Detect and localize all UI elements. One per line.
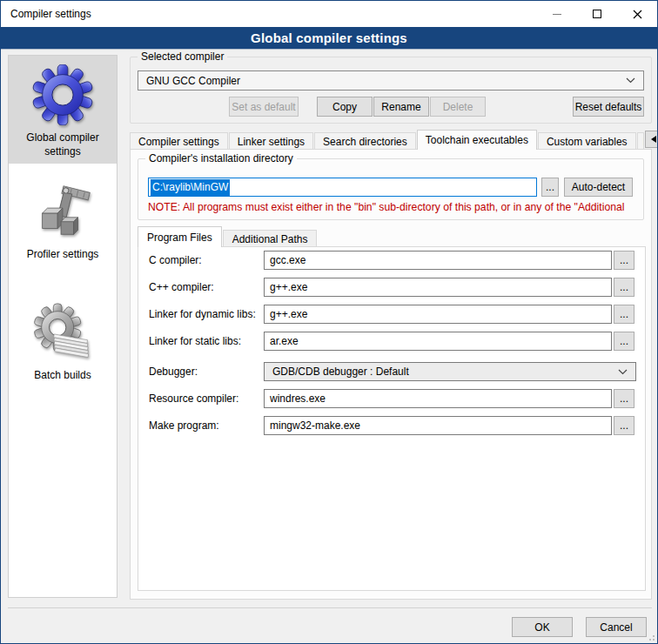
c-compiler-input[interactable] xyxy=(264,251,612,270)
bin-subdirectory-note: NOTE: All programs must exist either in … xyxy=(148,201,641,213)
field-label: Debugger: xyxy=(149,366,264,378)
arrow-left-icon xyxy=(651,136,657,143)
titlebar: Compiler settings xyxy=(1,1,657,27)
maximize-button[interactable] xyxy=(577,1,617,27)
compiler-buttons-row: Set as default Copy Rename Delete Reset … xyxy=(138,97,644,117)
tab-linker-settings[interactable]: Linker settings xyxy=(229,132,313,150)
field-row-cpp-compiler: C++ compiler: ... xyxy=(149,278,636,297)
copy-button[interactable]: Copy xyxy=(317,97,373,117)
blue-gear-icon xyxy=(30,63,95,127)
tab-scroll-arrows xyxy=(645,131,658,148)
chevron-down-icon xyxy=(626,77,635,84)
program-files-subtabs: Program Files Additional Paths xyxy=(138,226,318,247)
tab-search-directories[interactable]: Search directories xyxy=(314,132,416,150)
browse-c-compiler-button[interactable]: ... xyxy=(614,251,634,270)
installation-directory-group: Compiler's installation directory C:\ray… xyxy=(138,158,644,220)
profiler-caliper-icon xyxy=(30,179,95,244)
sidebar-item-label: Profiler settings xyxy=(15,248,111,262)
resource-compiler-input[interactable] xyxy=(264,389,612,408)
window-controls xyxy=(537,1,657,27)
close-icon xyxy=(633,10,642,19)
browse-resource-compiler-button[interactable]: ... xyxy=(614,389,634,408)
tab-toolchain-executables[interactable]: Toolchain executables xyxy=(417,130,537,150)
page-title: Global compiler settings xyxy=(1,27,657,50)
resize-grip[interactable] xyxy=(646,632,655,641)
browse-dynamic-linker-button[interactable]: ... xyxy=(614,305,634,324)
minimize-button[interactable] xyxy=(537,1,577,27)
installation-directory-input[interactable]: C:\raylib\MinGW xyxy=(148,178,537,197)
sidebar-item-global-compiler-settings[interactable]: Global compiler settings xyxy=(9,56,117,164)
browse-directory-button[interactable]: ... xyxy=(541,178,559,197)
debugger-select-value: GDB/CDB debugger : Default xyxy=(272,366,409,378)
debugger-select[interactable]: GDB/CDB debugger : Default xyxy=(264,362,636,381)
settings-tabstrip: Compiler settings Linker settings Search… xyxy=(130,130,657,150)
tab-scroll-left-button[interactable] xyxy=(645,131,658,148)
main-panel: Selected compiler GNU GCC Compiler Set a… xyxy=(130,55,658,124)
make-program-input[interactable] xyxy=(264,416,612,435)
footer-divider xyxy=(8,607,652,608)
settings-category-list: Global compiler settings xyxy=(8,55,118,598)
field-label: Make program: xyxy=(149,419,264,432)
selected-compiler-group: Selected compiler GNU GCC Compiler Set a… xyxy=(130,57,652,124)
dynamic-linker-input[interactable] xyxy=(264,305,612,324)
window-title: Compiler settings xyxy=(1,8,91,20)
tab-build-options[interactable]: Build options xyxy=(637,132,644,150)
field-row-make-program: Make program: ... xyxy=(149,416,636,435)
delete-button: Delete xyxy=(430,97,486,117)
browse-cpp-compiler-button[interactable]: ... xyxy=(614,278,634,297)
field-label: C++ compiler: xyxy=(149,281,264,293)
field-row-debugger: Debugger: GDB/CDB debugger : Default xyxy=(149,362,636,381)
compiler-select-value: GNU GCC Compiler xyxy=(146,75,240,87)
minimize-icon xyxy=(553,14,561,15)
browse-make-program-button[interactable]: ... xyxy=(614,416,634,435)
field-label: C compiler: xyxy=(149,254,264,266)
maximize-icon xyxy=(593,10,601,18)
field-label: Linker for dynamic libs: xyxy=(149,308,264,320)
tab-compiler-settings[interactable]: Compiler settings xyxy=(130,132,228,150)
ok-button[interactable]: OK xyxy=(512,617,573,637)
auto-detect-button[interactable]: Auto-detect xyxy=(564,178,633,197)
program-files-page: C compiler: ... C++ compiler: ... Linker… xyxy=(138,246,646,591)
sidebar-item-label: Batch builds xyxy=(15,369,111,383)
cpp-compiler-input[interactable] xyxy=(264,278,612,297)
rename-button[interactable]: Rename xyxy=(373,97,429,117)
installation-directory-label: Compiler's installation directory xyxy=(145,152,297,164)
toolchain-executables-page: Compiler's installation directory C:\ray… xyxy=(130,149,652,600)
chevron-down-icon xyxy=(618,369,628,375)
subtab-additional-paths[interactable]: Additional Paths xyxy=(223,230,318,247)
static-linker-input[interactable] xyxy=(264,332,612,351)
gray-gear-stack-icon xyxy=(30,300,95,365)
compiler-settings-dialog: Compiler settings Global compiler settin… xyxy=(0,0,658,644)
field-row-dynamic-linker: Linker for dynamic libs: ... xyxy=(149,305,636,324)
cancel-button[interactable]: Cancel xyxy=(586,617,647,637)
field-label: Linker for static libs: xyxy=(149,335,264,347)
reset-defaults-button[interactable]: Reset defaults xyxy=(573,97,644,117)
field-row-static-linker: Linker for static libs: ... xyxy=(149,332,636,351)
installation-directory-row: C:\raylib\MinGW ... Auto-detect xyxy=(148,178,633,197)
sidebar-item-batch-builds[interactable]: Batch builds xyxy=(9,293,117,388)
field-label: Resource compiler: xyxy=(149,392,264,405)
browse-static-linker-button[interactable]: ... xyxy=(614,332,634,351)
field-row-resource-compiler: Resource compiler: ... xyxy=(149,389,636,408)
selected-compiler-group-label: Selected compiler xyxy=(138,50,227,63)
installation-directory-value: C:\raylib\MinGW xyxy=(151,179,230,196)
compiler-select[interactable]: GNU GCC Compiler xyxy=(138,70,644,91)
subtab-program-files[interactable]: Program Files xyxy=(138,226,222,247)
sidebar-item-label: Global compiler settings xyxy=(15,131,111,158)
field-row-c-compiler: C compiler: ... xyxy=(149,251,636,270)
tab-custom-variables[interactable]: Custom variables xyxy=(538,132,636,150)
set-as-default-button: Set as default xyxy=(229,97,299,117)
close-button[interactable] xyxy=(617,1,657,27)
sidebar-item-profiler-settings[interactable]: Profiler settings xyxy=(9,172,117,267)
